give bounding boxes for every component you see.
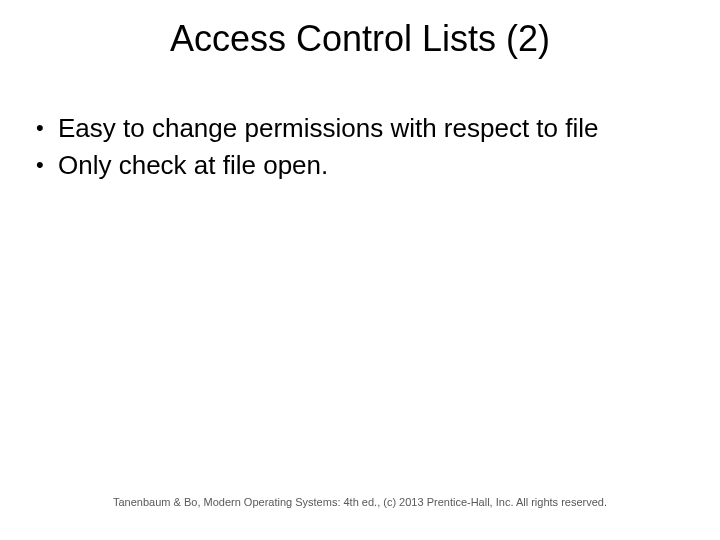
slide-footer: Tanenbaum & Bo, Modern Operating Systems… xyxy=(0,496,720,508)
list-item: • Only check at file open. xyxy=(36,149,684,182)
bullet-icon: • xyxy=(36,149,58,181)
bullet-text: Only check at file open. xyxy=(58,149,684,182)
list-item: • Easy to change permissions with respec… xyxy=(36,112,684,145)
bullet-icon: • xyxy=(36,112,58,144)
slide: Access Control Lists (2) • Easy to chang… xyxy=(0,0,720,540)
slide-title: Access Control Lists (2) xyxy=(0,18,720,60)
bullet-text: Easy to change permissions with respect … xyxy=(58,112,684,145)
slide-body: • Easy to change permissions with respec… xyxy=(36,112,684,185)
